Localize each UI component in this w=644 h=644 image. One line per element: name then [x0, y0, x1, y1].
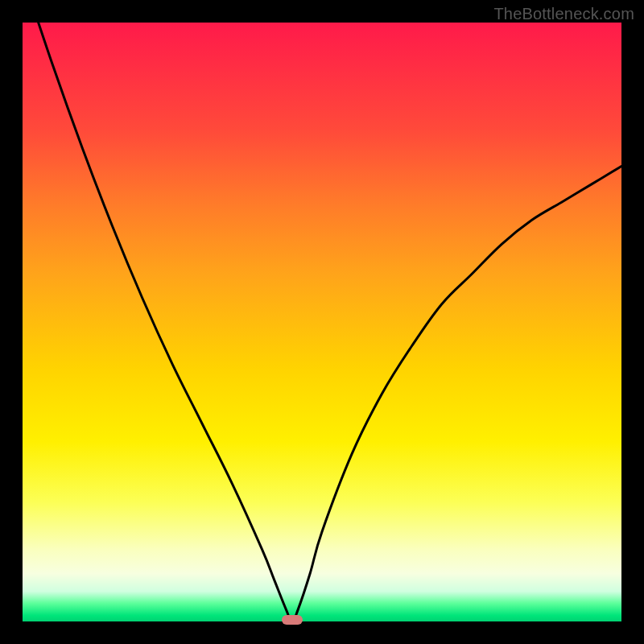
- chart-plot-area: [23, 23, 621, 621]
- bottleneck-curve: [23, 23, 621, 621]
- watermark-text: TheBottleneck.com: [493, 5, 634, 23]
- min-marker: [282, 615, 303, 625]
